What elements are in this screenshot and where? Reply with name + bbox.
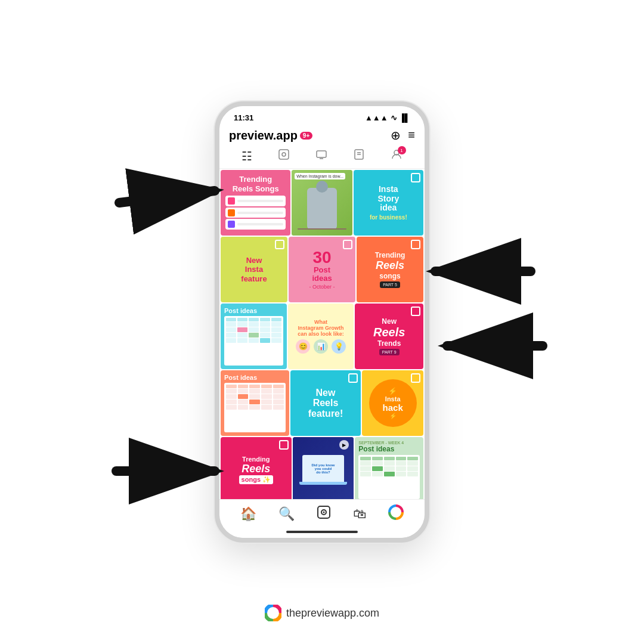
laptop-screen-text: Did you knowyou coulddo this? — [312, 463, 335, 474]
30-post-sub: - October - — [309, 284, 335, 290]
cell-trending-pink-bottom[interactable]: Trending Reels songs ✨ — [221, 437, 292, 499]
menu-icon[interactable]: ≡ — [408, 128, 415, 143]
cell-trending-reels-1[interactable]: TrendingReels Songs — [221, 170, 290, 236]
tab-book[interactable] — [353, 148, 365, 163]
tab-tv[interactable] — [315, 148, 327, 163]
grid-row-5: Trending Reels songs ✨ ▶ Did you knowyou… — [221, 437, 423, 499]
growth-icon-2: 📊 — [314, 339, 328, 354]
checkbox-new-reels[interactable] — [411, 306, 420, 316]
grid-row-3: Post ideas — [221, 304, 423, 369]
notification-badge: 9+ — [300, 132, 312, 140]
photo-label: When Instagram is dow... — [295, 173, 345, 179]
nav-palette[interactable] — [388, 504, 404, 524]
page-wrapper: 11:31 ▲▲▲ ∿ ▐▌ preview.app 9+ ⊕ ≡ — [0, 0, 644, 644]
new-insta-title: NewInstafeature — [241, 256, 267, 284]
nav-home[interactable]: 🏠 — [240, 506, 256, 522]
growth-icon-1: 😊 — [296, 339, 310, 354]
home-bar — [286, 531, 358, 533]
app-title-text: preview.app — [229, 129, 298, 143]
checkbox-insta-story[interactable] — [411, 173, 420, 182]
svg-rect-2 — [317, 151, 326, 157]
song-item-1 — [225, 196, 286, 206]
growth-icons: 😊 📊 💡 — [296, 339, 346, 354]
insta-story-subtitle: for business! — [370, 214, 407, 221]
post-table-cyan-label: Post ideas — [224, 307, 257, 314]
wifi-icon: ∿ — [391, 113, 397, 122]
post-table-green-meta: SEPTEMBER - WEEK 4 — [358, 441, 404, 445]
trending-orange-part: PART 5 — [380, 281, 400, 288]
post-table-green-label: Post ideas — [358, 445, 394, 453]
tab-profile[interactable]: 1 — [391, 148, 402, 163]
trending-orange-songs: songs — [379, 272, 400, 280]
hack-lightning-bot: ⚡ — [389, 413, 397, 419]
laptop-inner: ▶ Did you knowyou coulddo this? — [293, 437, 354, 499]
tab-reels[interactable] — [278, 148, 290, 163]
cell-photo-1[interactable]: When Instagram is dow... — [292, 170, 352, 236]
cell-new-reels-feature[interactable]: NewReelsfeature! — [290, 370, 361, 436]
trending-pink-trending: Trending — [242, 456, 270, 463]
grid-row-2: NewInstafeature 30 Postideas - October - — [221, 237, 423, 302]
cell-trending-reels-1-title: TrendingReels Songs — [233, 175, 279, 193]
content-grid: TrendingReels Songs — [219, 169, 425, 499]
new-reels-trends: Trends — [377, 339, 401, 348]
bottom-nav: 🏠 🔍 🛍 — [219, 499, 425, 526]
cell-post-table-cyan[interactable]: Post ideas — [221, 304, 287, 369]
play-button[interactable]: ▶ — [339, 440, 349, 450]
svg-point-10 — [323, 512, 324, 513]
battery-icon: ▐▌ — [400, 113, 410, 122]
song-item-2 — [225, 208, 286, 218]
phone-frame: 11:31 ▲▲▲ ∿ ▐▌ preview.app 9+ ⊕ ≡ — [215, 101, 429, 543]
cell-insta-hack[interactable]: ⚡ Insta hack ⚡ — [362, 370, 423, 436]
30-post-number: 30 — [312, 249, 331, 266]
cell-post-salmon[interactable]: Post ideas — [221, 370, 289, 436]
mini-table-cyan — [224, 316, 283, 366]
top-tabs: ☷ — [219, 146, 425, 169]
grid-row-1: TrendingReels Songs — [221, 170, 423, 236]
grid-row-4: Post ideas — [221, 370, 423, 436]
mini-table-green — [358, 455, 420, 499]
checkbox-new-insta[interactable] — [275, 240, 284, 249]
mini-table-salmon — [224, 383, 286, 432]
app-title: preview.app 9+ — [229, 129, 312, 143]
checkbox-new-reels-feat[interactable] — [348, 373, 358, 383]
logo-icon — [265, 605, 281, 621]
hack-hack: hack — [383, 402, 403, 413]
add-icon[interactable]: ⊕ — [391, 128, 401, 143]
cell-insta-story[interactable]: InstaStoryidea for business! — [354, 170, 423, 236]
cell-laptop-photo[interactable]: ▶ Did you knowyou coulddo this? — [293, 437, 354, 499]
checkbox-trending-pink-bot[interactable] — [279, 440, 289, 450]
laptop-base — [299, 482, 347, 485]
new-reels-part: PART 9 — [379, 349, 400, 355]
new-reels-reels: Reels — [373, 326, 405, 339]
nav-reels[interactable] — [317, 505, 331, 523]
nav-search[interactable]: 🔍 — [278, 506, 295, 522]
nav-shop[interactable]: 🛍 — [353, 506, 366, 522]
trending-orange-reels: Reels — [376, 259, 404, 272]
trending-pink-songs: songs ✨ — [239, 475, 273, 484]
song-item-3 — [225, 219, 286, 230]
cell-30-post-ideas[interactable]: 30 Postideas - October - — [289, 237, 355, 302]
post-salmon-label: Post ideas — [224, 374, 257, 381]
hack-circle: ⚡ Insta hack ⚡ — [369, 379, 417, 427]
cell-growth[interactable]: WhatInstagram Growthcan also look like: … — [288, 304, 354, 369]
website-label: thepreviewapp.com — [265, 605, 379, 621]
trending-pink-reels: Reels — [242, 463, 270, 475]
laptop-screen: Did you knowyou coulddo this? — [302, 455, 344, 482]
website-text: thepreviewapp.com — [286, 607, 379, 620]
cell-new-reels-trends[interactable]: New Reels Trends PART 9 — [355, 304, 423, 369]
30-post-text: Postideas — [312, 266, 332, 283]
cell-trending-reels-orange[interactable]: Trending Reels songs PART 5 — [357, 237, 423, 302]
trending-orange-title: Trending — [375, 251, 405, 259]
cell-new-insta-feature[interactable]: NewInstafeature — [221, 237, 287, 302]
new-reels-feat-title: NewReelsfeature! — [308, 388, 343, 419]
svg-rect-0 — [279, 150, 289, 159]
growth-title: WhatInstagram Growthcan also look like: — [298, 319, 344, 337]
checkbox-30-post[interactable] — [343, 240, 352, 249]
tab-grid[interactable]: ☷ — [242, 149, 252, 163]
cell-post-table-green[interactable]: SEPTEMBER - WEEK 4 Post ideas — [355, 437, 423, 499]
header-icons: ⊕ ≡ — [391, 128, 415, 143]
checkbox-trending-orange[interactable] — [411, 240, 420, 249]
checkbox-insta-hack[interactable] — [411, 373, 420, 383]
phone-screen: 11:31 ▲▲▲ ∿ ▐▌ preview.app 9+ ⊕ ≡ — [219, 106, 425, 538]
insta-story-title: InstaStoryidea — [377, 185, 399, 212]
